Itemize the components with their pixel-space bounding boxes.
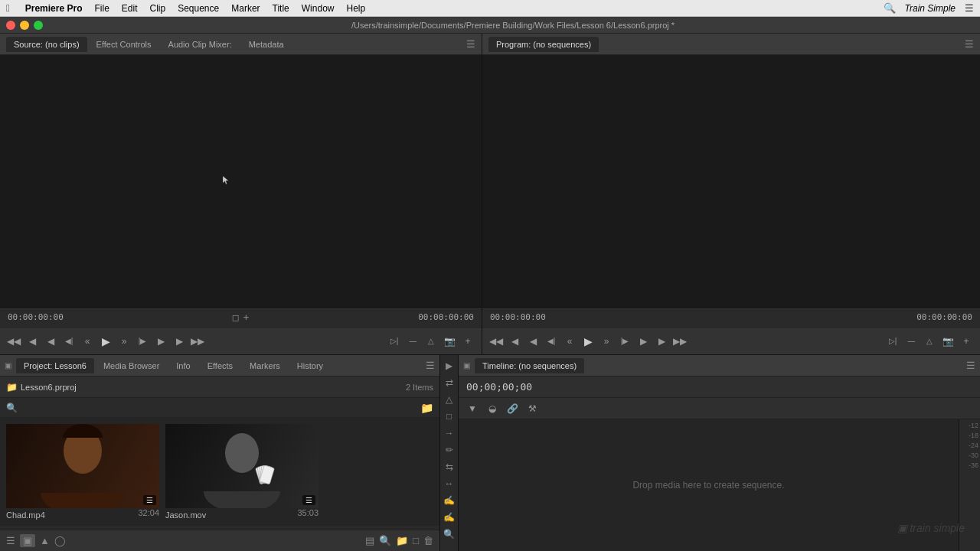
- tab-history[interactable]: History: [289, 358, 331, 373]
- program-go-out[interactable]: |▶: [617, 334, 632, 349]
- tab-timeline[interactable]: Timeline: (no sequences): [475, 358, 584, 373]
- menu-help[interactable]: Help: [346, 3, 365, 14]
- source-play[interactable]: ▶: [98, 334, 113, 349]
- source-panel-menu[interactable]: ☰: [466, 38, 475, 50]
- tab-markers[interactable]: Markers: [242, 358, 288, 373]
- program-trim-next[interactable]: ⸻: [903, 334, 919, 349]
- tab-project[interactable]: Project: Lesson6: [16, 358, 94, 373]
- source-prev-edit[interactable]: ◀: [24, 334, 40, 349]
- program-step-fwd[interactable]: ▶: [635, 334, 651, 349]
- list-item[interactable]: ☰ Chad.mp4 32:04: [6, 424, 159, 520]
- list-item[interactable]: ☰ Jason.mov 35:03: [165, 424, 318, 520]
- source-go-in[interactable]: ◀|: [61, 334, 77, 349]
- tab-media-browser[interactable]: Media Browser: [96, 358, 167, 373]
- new-bin-toolbar-button[interactable]: 📁: [396, 535, 408, 546]
- ripple-edit-tool[interactable]: △: [442, 392, 457, 407]
- source-overwrite[interactable]: ⸻: [405, 334, 420, 349]
- slip-tool[interactable]: ⇆: [442, 459, 457, 474]
- linked-selection-tool[interactable]: 🔗: [505, 401, 520, 416]
- program-prev-edit[interactable]: ◀: [507, 334, 522, 349]
- program-lift[interactable]: △: [922, 334, 937, 349]
- menu-icon[interactable]: ☰: [965, 2, 974, 14]
- menu-marker[interactable]: Marker: [231, 3, 260, 14]
- auto-match-button[interactable]: ◯: [54, 535, 66, 546]
- free-speech-button[interactable]: ▲: [40, 535, 50, 546]
- media-badge: ☰: [302, 495, 315, 505]
- program-step-back-far[interactable]: ◀◀: [488, 334, 504, 349]
- source-step-back-far[interactable]: ◀◀: [6, 334, 21, 349]
- maximize-button[interactable]: [34, 21, 43, 30]
- tab-audio-mixer[interactable]: Audio Clip Mixer:: [161, 37, 240, 52]
- menu-clip[interactable]: Clip: [150, 3, 166, 14]
- apple-menu[interactable]: : [6, 2, 10, 14]
- source-next-edit[interactable]: ▶: [172, 334, 187, 349]
- zoom-tool[interactable]: 🔍: [442, 527, 457, 542]
- tab-effects[interactable]: Effects: [200, 358, 240, 373]
- menu-title[interactable]: Title: [273, 3, 289, 14]
- program-rewind[interactable]: «: [562, 334, 577, 349]
- media-thumbnail: ☰: [6, 424, 159, 508]
- program-step-back[interactable]: ◀: [525, 334, 541, 349]
- source-go-out[interactable]: |▶: [135, 334, 150, 349]
- icon-view-button[interactable]: ▣: [20, 534, 35, 547]
- tab-metadata[interactable]: Metadata: [241, 37, 292, 52]
- program-go-in[interactable]: ◀|: [544, 334, 559, 349]
- source-camera[interactable]: 📷: [442, 334, 457, 349]
- ruler-tick: -36: [961, 461, 978, 471]
- menu-sequence[interactable]: Sequence: [178, 3, 219, 14]
- menu-file[interactable]: File: [94, 3, 109, 14]
- source-insert[interactable]: ▷|: [387, 334, 402, 349]
- minimize-button[interactable]: [20, 21, 29, 30]
- source-step-fwd[interactable]: ▶: [153, 334, 168, 349]
- source-add-tab[interactable]: +: [460, 334, 475, 349]
- tab-info[interactable]: Info: [168, 358, 198, 373]
- timeline-close[interactable]: ▣: [463, 361, 470, 370]
- source-tc-right: 00:00:00:00: [418, 312, 474, 322]
- source-rewind[interactable]: «: [80, 334, 95, 349]
- media-item-footer: Jason.mov 35:03: [165, 508, 318, 520]
- new-item-button[interactable]: □: [413, 535, 419, 546]
- program-camera[interactable]: 📷: [940, 334, 956, 349]
- source-forward[interactable]: »: [116, 334, 132, 349]
- snap-tool[interactable]: ▼: [465, 401, 480, 416]
- wrench-tool[interactable]: ⚒: [524, 401, 540, 416]
- search-project-button[interactable]: 🔍: [379, 535, 391, 546]
- project-panel-menu[interactable]: ☰: [426, 360, 435, 371]
- new-bin-button[interactable]: 📁: [420, 402, 433, 414]
- add-marker-tool[interactable]: ◒: [485, 401, 500, 416]
- slide-tool[interactable]: ↔: [442, 476, 457, 491]
- program-next-edit[interactable]: ▶: [654, 334, 669, 349]
- razor-tool[interactable]: ✏: [442, 442, 457, 458]
- rolling-edit-tool[interactable]: □: [442, 409, 457, 424]
- project-tab-close[interactable]: ▣: [5, 361, 11, 370]
- program-play[interactable]: ▶: [580, 334, 596, 349]
- close-button[interactable]: [6, 21, 15, 30]
- hand-tool[interactable]: ✍: [442, 510, 457, 525]
- train-simple-brand: Train Simple: [905, 3, 956, 14]
- source-step-fwd-far[interactable]: ▶▶: [190, 334, 205, 349]
- source-lift[interactable]: △: [423, 334, 439, 349]
- menu-edit[interactable]: Edit: [122, 3, 138, 14]
- program-tabs: Program: (no sequences) ☰: [482, 34, 980, 55]
- program-step-fwd-far[interactable]: ▶▶: [672, 334, 688, 349]
- rate-stretch-tool[interactable]: →: [442, 425, 457, 441]
- source-add-marker-icon[interactable]: +: [243, 311, 250, 323]
- delete-button[interactable]: 🗑: [423, 535, 433, 546]
- spotlight-icon[interactable]: 🔍: [884, 2, 896, 14]
- selection-tool[interactable]: ▶: [442, 358, 457, 373]
- program-trim-prev[interactable]: ▷|: [885, 334, 900, 349]
- program-panel-menu[interactable]: ☰: [965, 38, 974, 50]
- menu-window[interactable]: Window: [302, 3, 335, 14]
- tab-effect-controls[interactable]: Effect Controls: [89, 37, 159, 52]
- source-step-back[interactable]: ◀: [43, 334, 58, 349]
- source-safe-icon: □: [233, 311, 239, 323]
- timeline-panel-menu[interactable]: ☰: [966, 360, 975, 371]
- pen-tool[interactable]: ✍: [442, 493, 457, 508]
- tab-source[interactable]: Source: (no clips): [6, 37, 87, 52]
- tab-program[interactable]: Program: (no sequences): [488, 37, 599, 52]
- track-select-tool[interactable]: ⇄: [442, 375, 457, 390]
- list-view-button[interactable]: ☰: [6, 535, 15, 546]
- program-add-tab[interactable]: +: [959, 334, 974, 349]
- program-forward[interactable]: »: [599, 334, 614, 349]
- storyboard-icon[interactable]: ▤: [365, 535, 374, 546]
